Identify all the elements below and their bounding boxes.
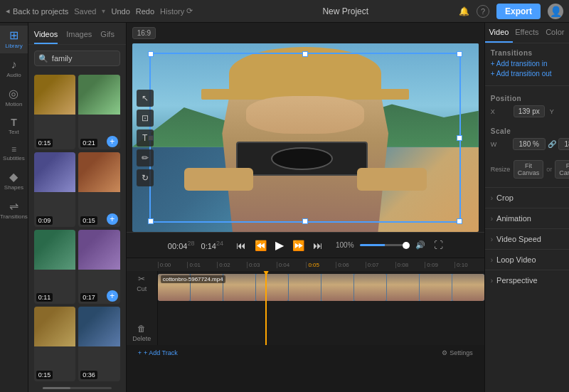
ruler-mark: 0:01 — [187, 262, 217, 268]
scale-h-input[interactable] — [558, 138, 569, 150]
add-track-button[interactable]: + + Add Track — [132, 346, 184, 359]
add-transition-out-button[interactable]: + Add transition out — [491, 70, 563, 78]
perspective-label: Perspective — [496, 276, 537, 285]
redo-button[interactable]: Redo — [136, 7, 154, 16]
animation-chevron-icon: › — [491, 215, 493, 223]
thumbnail-frame — [354, 274, 386, 301]
rotate-tool-button[interactable]: ↻ — [137, 169, 154, 186]
fullscreen-button[interactable]: ⛶ — [434, 240, 443, 250]
ruler-mark: 0:06 — [336, 262, 366, 268]
notifications-icon[interactable]: 🔔 — [459, 6, 469, 16]
playback-controls: 00:0428 0:1424 ⏮ ⏪ ▶ ⏩ ⏭ 100% 🔊 ⛶ — [127, 232, 484, 258]
help-icon[interactable]: ? — [477, 5, 489, 18]
duration-badge: 0:17 — [80, 293, 97, 302]
volume-pct-label: 100% — [336, 241, 354, 249]
duration-badge: 0:15 — [80, 216, 97, 225]
timeline-tracks: cottonbro-5967724.mp4 — [158, 271, 484, 345]
perspective-section: › Perspective — [485, 270, 569, 290]
animation-section: › Animation — [485, 208, 569, 228]
thumbnail-frame — [420, 274, 452, 301]
resize-or-text: or — [546, 166, 552, 173]
video-speed-section: › Video Speed — [485, 228, 569, 249]
scale-w-input[interactable] — [513, 138, 546, 150]
select-tool-button[interactable]: ↖ — [137, 90, 154, 107]
tab-videos[interactable]: Videos — [34, 27, 58, 44]
volume-end-icon: 🔊 — [415, 240, 425, 250]
history-button[interactable]: History ⟳ — [160, 6, 193, 16]
history-icon: ⟳ — [186, 6, 193, 16]
media-tabs: Videos Images Gifs — [28, 23, 126, 45]
export-button[interactable]: Export — [496, 4, 541, 19]
delete-button[interactable]: 🗑 Delete — [128, 324, 156, 342]
perspective-header[interactable]: › Perspective — [485, 270, 569, 290]
list-item[interactable]: 0:11 — [34, 230, 75, 304]
video-speed-header[interactable]: › Video Speed — [485, 229, 569, 249]
add-transition-in-button[interactable]: + Add transition in — [491, 60, 563, 68]
add-track-label: + Add Track — [144, 349, 178, 356]
list-item[interactable]: 0:15 + — [78, 152, 119, 227]
saved-dropdown-icon[interactable]: ▾ — [102, 7, 105, 15]
add-clip-button[interactable]: + — [107, 136, 118, 147]
tab-effects[interactable]: Effects — [513, 23, 541, 43]
tab-video[interactable]: Video — [485, 23, 513, 43]
duration-badge: 0:11 — [36, 293, 53, 302]
list-item[interactable]: 0:15 — [34, 307, 75, 381]
motion-label: Motion — [5, 101, 22, 107]
add-clip-button[interactable]: + — [107, 213, 118, 225]
list-item[interactable]: 0:17 + — [78, 230, 119, 304]
list-item[interactable]: 0:36 — [78, 307, 119, 381]
sidebar-item-motion[interactable]: ◎ Motion — [0, 84, 28, 112]
volume-slider[interactable] — [360, 244, 410, 246]
cut-button[interactable]: ✂ Cut — [128, 274, 156, 292]
list-item[interactable]: 0:09 — [34, 152, 75, 227]
video-clip[interactable]: cottonbro-5967724.mp4 — [158, 274, 484, 301]
animation-header[interactable]: › Animation — [485, 208, 569, 228]
avatar-icon: 👤 — [550, 6, 562, 17]
tab-color[interactable]: Color — [541, 23, 569, 43]
crop-chevron-icon: › — [491, 194, 493, 202]
video-grid: 0:15 0:21 + 0:09 0:15 + 0:11 — [28, 72, 126, 384]
loop-video-header[interactable]: › Loop Video — [485, 250, 569, 270]
skip-to-end-button[interactable]: ⏭ — [312, 238, 324, 253]
settings-button[interactable]: ⚙ Settings — [436, 346, 479, 359]
thumbnail-frame — [452, 274, 484, 301]
back-to-projects-button[interactable]: ◂ Back to projects — [6, 6, 68, 16]
back-arrow-icon: ◂ — [6, 6, 10, 16]
sidebar-item-shapes[interactable]: ◆ Shapes — [0, 167, 28, 195]
fill-canvas-button[interactable]: Fill Canvas — [555, 160, 569, 179]
scale-label: Scale — [491, 127, 563, 135]
sidebar-item-transitions[interactable]: ⇌ Transitions — [0, 196, 28, 224]
track-thumbnail — [387, 274, 419, 301]
undo-button[interactable]: Undo — [111, 7, 129, 16]
crop-header[interactable]: › Crop — [485, 188, 569, 208]
pos-x-input[interactable] — [514, 105, 545, 117]
delete-icon: 🗑 — [137, 324, 146, 334]
list-item[interactable]: 0:15 — [34, 75, 75, 149]
play-pause-button[interactable]: ▶ — [274, 237, 285, 253]
playhead[interactable] — [265, 271, 267, 345]
draw-tool-button[interactable]: ✏ — [137, 149, 154, 166]
transitions-section: Transitions + Add transition in + Add tr… — [485, 43, 569, 85]
list-item[interactable]: 0:21 + — [78, 75, 119, 149]
crop-tool-button[interactable]: ⊡ — [137, 110, 154, 127]
back-label: Back to projects — [13, 7, 68, 16]
add-track-icon: + — [138, 349, 142, 356]
subtitles-icon: ≡ — [11, 145, 16, 154]
text-tool-button[interactable]: T — [137, 129, 154, 147]
sidebar-item-library[interactable]: ⊞ Library — [0, 26, 28, 53]
sidebar-item-audio[interactable]: ♪ Audio — [0, 55, 28, 83]
link-scale-icon[interactable]: 🔗 — [548, 140, 556, 148]
sidebar-item-subtitles[interactable]: ≡ Subtitles — [0, 141, 28, 166]
rewind-button[interactable]: ⏪ — [253, 238, 268, 253]
center-column: 16:9 — [127, 23, 484, 392]
sidebar-item-text[interactable]: T Text — [0, 113, 28, 139]
avatar[interactable]: 👤 — [548, 4, 563, 19]
skip-to-start-button[interactable]: ⏮ — [235, 238, 248, 253]
tab-images[interactable]: Images — [66, 27, 92, 44]
aspect-ratio-badge[interactable]: 16:9 — [132, 27, 156, 39]
fit-canvas-button[interactable]: Fit Canvas — [514, 160, 544, 179]
fast-forward-button[interactable]: ⏩ — [291, 238, 306, 253]
add-clip-button[interactable]: + — [107, 290, 118, 302]
tab-gifs[interactable]: Gifs — [100, 27, 115, 44]
ruler-mark: 0:04 — [277, 262, 307, 268]
